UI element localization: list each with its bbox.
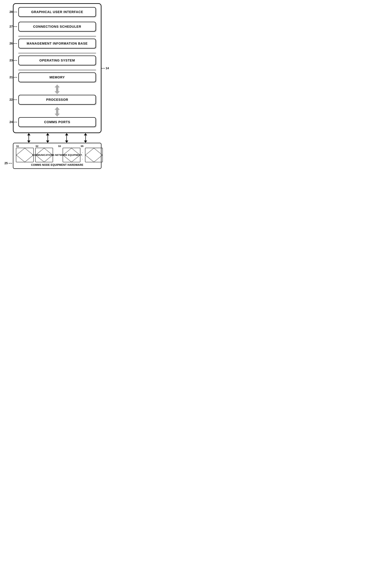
arrow-memory-processor [18,85,96,94]
svg-line-0 [16,148,25,155]
squiggle-27: ~~ [13,25,17,28]
ref-27-number: 27 [9,25,13,28]
connections-scheduler-label: CONNECTIONS SCHEDULER [33,25,81,28]
switch-box-s3 [63,148,80,162]
dots-gap: . . . [82,148,83,162]
connections-scheduler-box: CONNECTIONS SCHEDULER [18,22,96,32]
label-26: 26 ~~ [9,42,17,45]
squiggle-22: ~~ [13,98,17,102]
svg-line-9 [72,148,80,155]
switches-container: . . . [16,148,98,162]
page: ~~ 14 28 ~~ GRAPHICAL USER INTERFACE [3,3,106,169]
switch-svg-s1 [16,148,33,162]
label-21: 21 ~~ [9,75,17,79]
mib-label: MANAGEMENT INFORMATION BASE [27,42,88,45]
arrow-1 [27,133,30,143]
block-row-24: 24 ~~ COMMS PORTS [18,117,96,127]
os-label: OPERATING SYSTEM [39,59,75,62]
up-head-4 [84,133,87,135]
mib-box: MANAGEMENT INFORMATION BASE [18,39,96,48]
switch-box-s5 [85,148,103,162]
squiggle-26: ~~ [13,42,17,45]
block-row-22: 22 ~~ PROCESSOR [18,95,96,105]
processor-box: PROCESSOR [18,95,96,105]
down-head-3 [65,141,68,143]
switch-label-s5: S5 [81,145,98,147]
arrow-4 [84,133,87,143]
arrow-down-head-2 [55,114,60,117]
switch-svg-s3 [63,148,80,162]
arrows-row [13,133,101,143]
stem-4 [85,135,86,141]
svg-line-11 [72,155,80,162]
svg-line-6 [36,155,44,162]
comms-ports-box: COMMS PORTS [18,117,96,127]
switch-svg-s5 [85,148,102,162]
up-head-3 [65,133,68,135]
arrow-up-head [55,85,60,87]
os-box: OPERATING SYSTEM [18,55,96,65]
ref-21-number: 21 [9,76,13,79]
up-head-1 [27,133,30,135]
double-arrow-group [55,85,60,94]
ref-24-number: 24 [9,120,13,124]
svg-line-2 [16,155,25,162]
label-25: 25 ~~ [4,162,12,165]
comms-ports-label: COMMS PORTS [44,120,70,124]
switch-label-s1: S1 [16,145,34,147]
double-arrow-group-2 [55,107,60,117]
arrow-stem-up [56,87,58,91]
processor-label: PROCESSOR [46,98,68,101]
squiggle-14: ~~ [101,66,105,70]
arrows-between-boxes [13,133,101,143]
memory-label: MEMORY [49,75,65,79]
section-upper: 28 ~~ GRAPHICAL USER INTERFACE 27 ~~ [18,7,96,36]
ref-22-number: 22 [9,98,13,101]
svg-line-3 [25,155,33,162]
block-row-26: 26 ~~ MANAGEMENT INFORMATION BASE [18,39,96,48]
svg-line-1 [25,148,33,155]
gap-area [55,148,61,162]
svg-line-10 [63,155,72,162]
svg-line-8 [63,148,72,155]
arrow-up-head-2 [55,107,60,110]
spacer-1 [18,19,96,22]
gui-label: GRAPHICAL USER INTERFACE [31,10,83,14]
switch-labels-row: S1 S2 S3 S5 [16,145,98,147]
svg-line-7 [44,155,53,162]
label-27: 27 ~~ [9,25,17,28]
svg-line-12 [85,148,94,155]
section-lower: 21 ~~ MEMORY [18,70,96,127]
hardware-box: 25 ~~ S1 S2 S3 S5 [13,143,101,169]
squiggle-28: ~~ [13,10,17,14]
ref-26-number: 26 [9,42,13,45]
down-head-2 [46,141,49,143]
squiggle-24: ~~ [13,120,17,124]
hardware-bottom-label-text: COMMS NODE EQUIPMENT HARDWARE [31,164,83,166]
arrow-down-head [55,91,60,94]
stem-2 [48,135,48,141]
main-system-box: ~~ 14 28 ~~ GRAPHICAL USER INTERFACE [13,3,101,133]
down-head-1 [27,141,30,143]
svg-line-4 [36,148,44,155]
switch-box-s1 [16,148,34,162]
ref-14-label: ~~ 14 [101,66,109,70]
block-row-27: 27 ~~ CONNECTIONS SCHEDULER [18,22,96,32]
block-row-28: 28 ~~ GRAPHICAL USER INTERFACE [18,7,96,17]
squiggle-23: ~~ [13,59,17,62]
ref-14-number: 14 [106,67,109,70]
block-row-23: 23 ~~ OPERATING SYSTEM [18,55,96,65]
stem-1 [28,135,29,141]
section-mib: 26 ~~ MANAGEMENT INFORMATION BASE [18,36,96,53]
section-os: 23 ~~ OPERATING SYSTEM [18,53,96,70]
arrow-2 [46,133,49,143]
svg-line-13 [94,148,102,155]
label-24: 24 ~~ [9,120,17,124]
down-head-4 [84,141,87,143]
squiggle-21: ~~ [13,75,17,79]
switch-label-s3: S3 [58,145,76,147]
switches-row: . . . [16,148,98,162]
switch-label-s2: S2 [36,145,53,147]
ref-25-number: 25 [4,162,8,165]
arrow-3 [65,133,68,143]
